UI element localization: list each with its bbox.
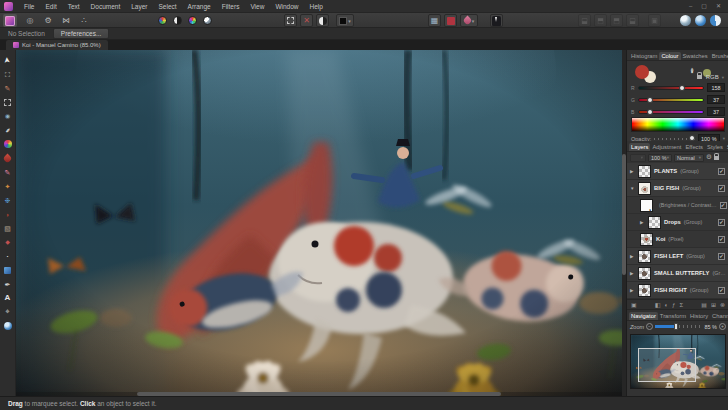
layer-row-plants[interactable]: ▶ PLANTS (Group) — [627, 163, 728, 180]
close-button[interactable]: ✕ — [716, 0, 721, 13]
flood-fill-tool[interactable] — [1, 263, 15, 277]
colour-picker-tool[interactable]: ✒ — [1, 123, 15, 137]
layer-row-koi[interactable]: Koi (Pixel) — [627, 231, 728, 248]
move-tool[interactable]: ➤ — [1, 53, 15, 67]
auto-levels-icon[interactable] — [158, 16, 167, 25]
layer-visibility-checkbox[interactable] — [718, 168, 725, 175]
colour-mode-select[interactable]: RGB — [706, 74, 719, 80]
red-slider-handle[interactable] — [679, 85, 685, 91]
text-tool[interactable]: A — [1, 291, 15, 305]
adjustment-icon[interactable]: ◐ — [664, 302, 668, 308]
auto-colours-icon[interactable] — [188, 16, 197, 25]
tab-history[interactable]: History — [688, 312, 710, 320]
menu-edit[interactable]: Edit — [45, 3, 56, 10]
export-persona-button[interactable]: ∴ — [77, 14, 91, 27]
blue-slider[interactable] — [638, 110, 704, 114]
expand-arrow-icon[interactable]: ▶ — [640, 220, 645, 225]
layer-row-brightness-contrast[interactable]: (Brightness / Contrast… — [627, 197, 728, 214]
red-slider[interactable] — [638, 86, 704, 90]
mask-layer-icon[interactable]: ◧ — [655, 302, 661, 308]
tab-layers[interactable]: Layers — [629, 143, 650, 151]
layer-visibility-checkbox[interactable] — [718, 287, 725, 294]
layer-opacity-select[interactable]: 100 %▾ — [648, 154, 672, 162]
maximize-button[interactable]: ▢ — [701, 0, 707, 13]
flood-select-tool[interactable]: ◉ — [1, 109, 15, 123]
navigator-view-rect[interactable] — [638, 348, 696, 382]
selection-brush-tool[interactable]: ✎ — [1, 81, 15, 95]
menu-file[interactable]: File — [24, 3, 34, 10]
layer-thumbnail[interactable] — [648, 216, 661, 229]
photo-persona-button[interactable] — [3, 14, 17, 27]
assistant-manager-button[interactable] — [490, 14, 503, 27]
tab-colour[interactable]: Colour — [659, 52, 680, 60]
tab-histogram[interactable]: Histogram — [629, 52, 659, 60]
tab-adjustment[interactable]: Adjustment — [650, 143, 683, 151]
foreground-colour-swatch[interactable] — [635, 65, 649, 79]
healing-brush-tool[interactable]: ❉ — [1, 193, 15, 207]
add-layer-icon[interactable]: ⊞ — [711, 302, 716, 308]
layer-row-drops[interactable]: ▶ Drops (Group) — [627, 214, 728, 231]
expand-arrow-icon[interactable]: ▶ — [630, 271, 635, 276]
lock-layer-icon[interactable] — [714, 156, 719, 160]
brush-picker-button[interactable]: ▾ — [460, 14, 478, 27]
layer-effects-icon[interactable]: ƒ — [672, 302, 675, 308]
pixel-preview-icon[interactable] — [695, 15, 706, 26]
blue-value[interactable]: 37 — [707, 107, 725, 116]
colour-spectrum[interactable] — [631, 117, 725, 132]
expand-arrow-icon[interactable]: ▶ — [630, 254, 635, 259]
layer-thumbnail[interactable] — [638, 182, 651, 195]
expand-arrow-icon[interactable]: ▶ — [630, 288, 635, 293]
layer-row-fish-left[interactable]: ▶ FISH LEFT (Group) — [627, 248, 728, 265]
delete-layer-icon[interactable]: ⊗ — [720, 302, 725, 308]
tab-brushes[interactable]: Brushes — [710, 52, 728, 60]
split-view-icon[interactable] — [710, 15, 721, 26]
blemish-removal-tool[interactable]: · — [1, 249, 15, 263]
layer-visibility-checkbox[interactable] — [718, 236, 725, 243]
gradient-tool[interactable] — [1, 137, 15, 151]
green-value[interactable]: 37 — [707, 95, 725, 104]
blend-options-gear-icon[interactable]: ⚙ — [706, 154, 712, 161]
layer-row-big-fish[interactable]: ▼ BIG FISH (Group) — [627, 180, 728, 197]
opacity-slider[interactable] — [654, 138, 695, 140]
tab-styles[interactable]: Styles — [705, 143, 725, 151]
red-eye-removal-tool[interactable]: ◆ — [1, 235, 15, 249]
layer-row-small-butterfly[interactable]: ▶ SMALL BUTTERFLY (Gr… — [627, 265, 728, 282]
zoom-tool[interactable] — [1, 319, 15, 333]
edit-all-layers-icon[interactable]: ▣ — [631, 302, 637, 308]
red-value[interactable]: 158 — [707, 83, 725, 92]
menu-window[interactable]: Window — [275, 3, 298, 10]
menu-view[interactable]: View — [250, 3, 264, 10]
tab-effects[interactable]: Effects — [683, 143, 705, 151]
zoom-slider-handle[interactable] — [674, 323, 678, 330]
deselect-button[interactable]: ✕ — [300, 14, 313, 27]
navigator-thumbnail[interactable] — [631, 335, 725, 388]
layer-visibility-checkbox[interactable] — [718, 185, 725, 192]
group-layers-icon[interactable]: ▤ — [701, 302, 707, 308]
colour-swatch-button[interactable]: ▾ — [336, 14, 354, 27]
view-quality-icon[interactable] — [680, 15, 691, 26]
tab-navigator[interactable]: Navigator — [629, 312, 658, 320]
overlay-brush-tool[interactable]: ✦ — [1, 179, 15, 193]
tab-transform[interactable]: Transform — [658, 312, 688, 320]
zoom-out-button[interactable]: − — [646, 323, 653, 330]
menu-help[interactable]: Help — [310, 3, 323, 10]
layer-thumbnail[interactable] — [638, 250, 651, 263]
liquify-persona-button[interactable]: ◎ — [23, 14, 37, 27]
pen-tool[interactable]: ✒ — [1, 277, 15, 291]
lock-icon[interactable] — [697, 75, 702, 79]
menu-document[interactable]: Document — [91, 3, 121, 10]
paint-brush-tool[interactable] — [1, 151, 15, 165]
menu-arrange[interactable]: Arrange — [188, 3, 211, 10]
layer-visibility-checkbox[interactable] — [718, 219, 725, 226]
layer-row-fish-right[interactable]: ▶ FISH RIGHT (Group) — [627, 282, 728, 299]
layer-thumbnail[interactable] — [638, 267, 651, 280]
document-tab[interactable]: Koi - Manuel Camino (85.0%) — [6, 40, 108, 50]
adjustment-thumbnail[interactable] — [640, 199, 653, 212]
layer-thumbnail[interactable] — [638, 284, 651, 297]
preferences-button[interactable]: Preferences... — [53, 28, 109, 39]
marquee-tool[interactable] — [1, 95, 15, 109]
minimize-button[interactable]: – — [689, 0, 692, 13]
menu-select[interactable]: Select — [159, 3, 177, 10]
collapse-arrow-icon[interactable]: ▼ — [630, 186, 635, 191]
auto-white-balance-icon[interactable] — [203, 16, 212, 25]
